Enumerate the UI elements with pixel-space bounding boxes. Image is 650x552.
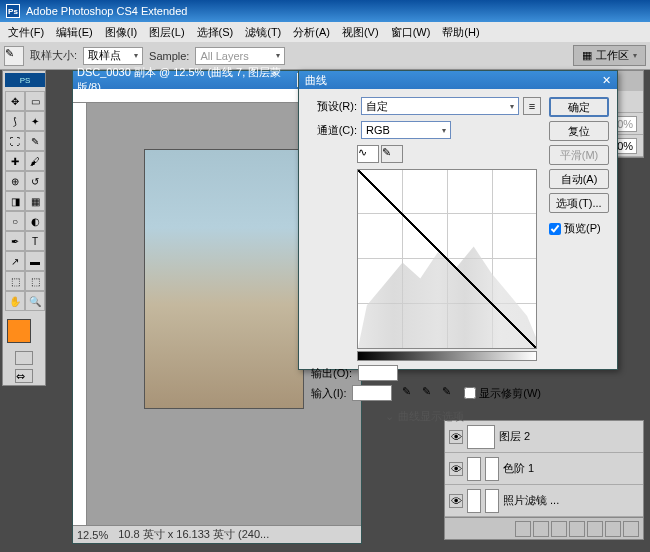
- menu-file[interactable]: 文件(F): [2, 25, 50, 40]
- pencil-mode-icon[interactable]: ✎: [381, 145, 403, 163]
- ok-button[interactable]: 确定: [549, 97, 609, 117]
- delete-layer-icon[interactable]: [623, 521, 639, 537]
- 3d-camera-tool[interactable]: ⬚: [25, 271, 45, 291]
- doc-dimensions: 10.8 英寸 x 16.133 英寸 (240...: [118, 527, 269, 542]
- hand-tool[interactable]: ✋: [5, 291, 25, 311]
- ruler-vertical[interactable]: [73, 103, 87, 525]
- layer-style-icon[interactable]: [533, 521, 549, 537]
- workspace-switcher[interactable]: ▦ 工作区 ▾: [573, 45, 646, 66]
- link-layers-icon[interactable]: [515, 521, 531, 537]
- output-label: 输出(O):: [311, 366, 352, 381]
- path-tool[interactable]: ↗: [5, 251, 25, 271]
- app-titlebar: Ps Adobe Photoshop CS4 Extended: [0, 0, 650, 22]
- quickmask-icon[interactable]: [15, 351, 33, 365]
- layer-thumb[interactable]: [467, 457, 481, 481]
- 3d-tool[interactable]: ⬚: [5, 271, 25, 291]
- menu-window[interactable]: 窗口(W): [385, 25, 437, 40]
- channel-select[interactable]: RGB▾: [361, 121, 451, 139]
- preset-select[interactable]: 自定▾: [361, 97, 519, 115]
- shape-tool[interactable]: ▬: [25, 251, 45, 271]
- black-point-eyedropper-icon[interactable]: ✎: [402, 385, 418, 401]
- preset-label: 预设(R):: [307, 99, 357, 114]
- layer-mask-icon[interactable]: [551, 521, 567, 537]
- white-point-eyedropper-icon[interactable]: ✎: [442, 385, 458, 401]
- wand-tool[interactable]: ✦: [25, 111, 45, 131]
- options-button[interactable]: 选项(T)...: [549, 193, 609, 213]
- gradient-tool[interactable]: ▦: [25, 191, 45, 211]
- layer-mask-thumb[interactable]: [485, 457, 499, 481]
- layer-name[interactable]: 照片滤镜 ...: [503, 493, 559, 508]
- curves-titlebar[interactable]: 曲线 ✕: [299, 71, 617, 89]
- eraser-tool[interactable]: ◨: [5, 191, 25, 211]
- chevron-down-icon: ▾: [442, 126, 446, 135]
- app-title: Adobe Photoshop CS4 Extended: [26, 5, 187, 17]
- menu-analysis[interactable]: 分析(A): [287, 25, 336, 40]
- input-label: 输入(I):: [311, 386, 346, 401]
- curves-dialog: 曲线 ✕ 预设(R): 自定▾ ≡ 通道(C): RGB▾ ∿ ✎ 输出(O):: [298, 70, 618, 370]
- channel-label: 通道(C):: [307, 123, 357, 138]
- zoom-level[interactable]: 12.5%: [77, 529, 108, 541]
- curve-mode-icon[interactable]: ∿: [357, 145, 379, 163]
- type-tool[interactable]: T: [25, 231, 45, 251]
- tool-preset-icon[interactable]: ✎: [4, 46, 24, 66]
- crop-tool[interactable]: ⛶: [5, 131, 25, 151]
- new-layer-icon[interactable]: [605, 521, 621, 537]
- layers-list: 👁 图层 2 👁 色阶 1 👁 照片滤镜 ...: [444, 420, 644, 540]
- close-icon[interactable]: ✕: [602, 74, 611, 87]
- input-field[interactable]: [352, 385, 392, 401]
- ps-badge-icon: PS: [5, 73, 45, 87]
- menu-image[interactable]: 图像(I): [99, 25, 143, 40]
- cancel-button[interactable]: 复位: [549, 121, 609, 141]
- layer-name[interactable]: 色阶 1: [503, 461, 534, 476]
- sample-select[interactable]: All Layers▾: [195, 47, 285, 65]
- menu-help[interactable]: 帮助(H): [436, 25, 485, 40]
- smooth-button: 平滑(M): [549, 145, 609, 165]
- adjustment-layer-icon[interactable]: [569, 521, 585, 537]
- history-brush-tool[interactable]: ↺: [25, 171, 45, 191]
- curve-display-options[interactable]: ⌄ 曲线显示选项: [307, 409, 541, 424]
- menu-select[interactable]: 选择(S): [191, 25, 240, 40]
- menu-filter[interactable]: 滤镜(T): [239, 25, 287, 40]
- layer-thumb[interactable]: [467, 489, 481, 513]
- gray-point-eyedropper-icon[interactable]: ✎: [422, 385, 438, 401]
- chevron-down-icon: ▾: [633, 51, 637, 60]
- heal-tool[interactable]: ✚: [5, 151, 25, 171]
- move-tool[interactable]: ✥: [5, 91, 25, 111]
- menu-layer[interactable]: 图层(L): [143, 25, 190, 40]
- document-statusbar: 12.5% 10.8 英寸 x 16.133 英寸 (240...: [73, 525, 361, 543]
- preset-menu-icon[interactable]: ≡: [523, 97, 541, 115]
- preview-checkbox[interactable]: [549, 223, 561, 235]
- zoom-tool[interactable]: 🔍: [25, 291, 45, 311]
- stamp-tool[interactable]: ⊕: [5, 171, 25, 191]
- screenmode-icon[interactable]: ⇔: [15, 369, 33, 383]
- toolbox: PS ✥▭ ⟆✦ ⛶✎ ✚🖌 ⊕↺ ◨▦ ○◐ ✒T ↗▬ ⬚⬚ ✋🔍 ⇔: [2, 70, 46, 386]
- curve-graph[interactable]: [357, 169, 537, 349]
- dodge-tool[interactable]: ◐: [25, 211, 45, 231]
- layer-item[interactable]: 👁 色阶 1: [445, 453, 643, 485]
- foreground-swatch[interactable]: [7, 319, 31, 343]
- eyedropper-tool[interactable]: ✎: [25, 131, 45, 151]
- lasso-tool[interactable]: ⟆: [5, 111, 25, 131]
- auto-button[interactable]: 自动(A): [549, 169, 609, 189]
- layer-mask-thumb[interactable]: [485, 489, 499, 513]
- ps-logo-icon: Ps: [6, 4, 20, 18]
- layer-item[interactable]: 👁 照片滤镜 ...: [445, 485, 643, 517]
- image-content: [144, 149, 304, 409]
- curves-title-text: 曲线: [305, 73, 327, 88]
- blur-tool[interactable]: ○: [5, 211, 25, 231]
- input-gradient[interactable]: [357, 351, 537, 361]
- menu-edit[interactable]: 编辑(E): [50, 25, 99, 40]
- brush-tool[interactable]: 🖌: [25, 151, 45, 171]
- sample-label: Sample:: [149, 50, 189, 62]
- group-icon[interactable]: [587, 521, 603, 537]
- visibility-icon[interactable]: 👁: [449, 494, 463, 508]
- visibility-icon[interactable]: 👁: [449, 462, 463, 476]
- menu-bar: 文件(F) 编辑(E) 图像(I) 图层(L) 选择(S) 滤镜(T) 分析(A…: [0, 22, 650, 42]
- pen-tool[interactable]: ✒: [5, 231, 25, 251]
- sample-size-select[interactable]: 取样点▾: [83, 47, 143, 65]
- show-clip-checkbox[interactable]: [464, 387, 476, 399]
- menu-view[interactable]: 视图(V): [336, 25, 385, 40]
- sample-size-label: 取样大小:: [30, 48, 77, 63]
- output-field[interactable]: [358, 365, 398, 381]
- marquee-tool[interactable]: ▭: [25, 91, 45, 111]
